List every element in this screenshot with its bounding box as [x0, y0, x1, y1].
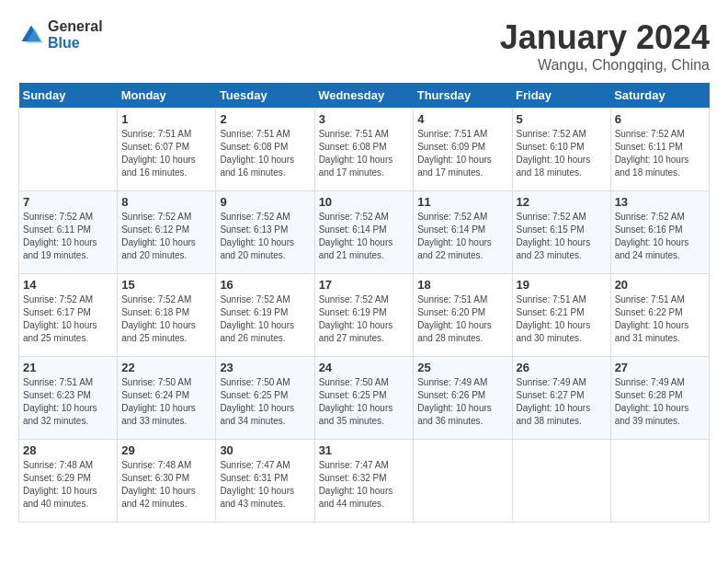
- week-row-1: 1Sunrise: 7:51 AM Sunset: 6:07 PM Daylig…: [19, 109, 710, 191]
- day-number: 13: [615, 195, 705, 209]
- day-info: Sunrise: 7:51 AM Sunset: 6:23 PM Dayligh…: [23, 376, 113, 428]
- day-number: 18: [417, 278, 507, 292]
- day-number: 9: [220, 195, 310, 209]
- day-info: Sunrise: 7:52 AM Sunset: 6:10 PM Dayligh…: [517, 128, 607, 179]
- weekday-header-thursday: Thursday: [414, 83, 512, 109]
- calendar-cell: 7Sunrise: 7:52 AM Sunset: 6:11 PM Daylig…: [19, 191, 118, 274]
- calendar-table: SundayMondayTuesdayWednesdayThursdayFrid…: [18, 83, 710, 523]
- day-number: 2: [220, 112, 310, 126]
- day-info: Sunrise: 7:52 AM Sunset: 6:14 PM Dayligh…: [417, 211, 507, 262]
- day-number: 30: [220, 443, 310, 457]
- month-title: January 2024: [500, 18, 710, 57]
- week-row-5: 28Sunrise: 7:48 AM Sunset: 6:29 PM Dayli…: [19, 440, 710, 523]
- day-number: 12: [517, 195, 607, 209]
- day-info: Sunrise: 7:50 AM Sunset: 6:25 PM Dayligh…: [220, 376, 310, 428]
- calendar-cell: 27Sunrise: 7:49 AM Sunset: 6:28 PM Dayli…: [610, 357, 709, 440]
- calendar-cell: [610, 440, 709, 523]
- calendar-cell: 26Sunrise: 7:49 AM Sunset: 6:27 PM Dayli…: [512, 357, 610, 440]
- calendar-cell: 1Sunrise: 7:51 AM Sunset: 6:07 PM Daylig…: [118, 109, 216, 191]
- calendar-cell: 29Sunrise: 7:48 AM Sunset: 6:30 PM Dayli…: [118, 440, 216, 523]
- calendar-cell: 3Sunrise: 7:51 AM Sunset: 6:08 PM Daylig…: [314, 109, 414, 191]
- logo-general-text: General: [48, 18, 103, 35]
- calendar-cell: 13Sunrise: 7:52 AM Sunset: 6:16 PM Dayli…: [610, 191, 709, 274]
- day-info: Sunrise: 7:52 AM Sunset: 6:11 PM Dayligh…: [615, 128, 705, 179]
- weekday-header-row: SundayMondayTuesdayWednesdayThursdayFrid…: [19, 83, 710, 109]
- day-number: 10: [319, 195, 410, 209]
- calendar-cell: 31Sunrise: 7:47 AM Sunset: 6:32 PM Dayli…: [314, 440, 414, 523]
- day-number: 14: [23, 278, 113, 292]
- calendar-cell: 28Sunrise: 7:48 AM Sunset: 6:29 PM Dayli…: [19, 440, 118, 523]
- day-number: 24: [319, 361, 410, 374]
- calendar-cell: 19Sunrise: 7:51 AM Sunset: 6:21 PM Dayli…: [512, 274, 610, 357]
- calendar-cell: 18Sunrise: 7:51 AM Sunset: 6:20 PM Dayli…: [414, 274, 512, 357]
- calendar-cell: 4Sunrise: 7:51 AM Sunset: 6:09 PM Daylig…: [414, 109, 512, 191]
- day-info: Sunrise: 7:50 AM Sunset: 6:25 PM Dayligh…: [319, 376, 410, 428]
- day-number: 15: [121, 278, 211, 292]
- day-number: 8: [121, 195, 211, 209]
- day-number: 28: [23, 443, 113, 457]
- weekday-header-wednesday: Wednesday: [314, 83, 414, 109]
- day-info: Sunrise: 7:49 AM Sunset: 6:28 PM Dayligh…: [615, 376, 705, 428]
- calendar-cell: 25Sunrise: 7:49 AM Sunset: 6:26 PM Dayli…: [414, 357, 512, 440]
- calendar-cell: 9Sunrise: 7:52 AM Sunset: 6:13 PM Daylig…: [216, 191, 314, 274]
- day-info: Sunrise: 7:51 AM Sunset: 6:08 PM Dayligh…: [319, 128, 410, 179]
- day-number: 25: [417, 361, 507, 374]
- day-info: Sunrise: 7:50 AM Sunset: 6:24 PM Dayligh…: [121, 376, 211, 428]
- day-info: Sunrise: 7:51 AM Sunset: 6:07 PM Dayligh…: [121, 128, 211, 179]
- day-info: Sunrise: 7:48 AM Sunset: 6:30 PM Dayligh…: [121, 459, 211, 511]
- calendar-cell: 23Sunrise: 7:50 AM Sunset: 6:25 PM Dayli…: [216, 357, 314, 440]
- day-number: 20: [615, 278, 705, 292]
- location-title: Wangu, Chongqing, China: [500, 57, 710, 74]
- day-info: Sunrise: 7:47 AM Sunset: 6:32 PM Dayligh…: [319, 459, 410, 511]
- day-number: 22: [121, 361, 211, 374]
- day-info: Sunrise: 7:52 AM Sunset: 6:14 PM Dayligh…: [319, 211, 410, 262]
- day-info: Sunrise: 7:52 AM Sunset: 6:19 PM Dayligh…: [220, 293, 310, 345]
- week-row-2: 7Sunrise: 7:52 AM Sunset: 6:11 PM Daylig…: [19, 191, 710, 274]
- header: General Blue January 2024 Wangu, Chongqi…: [18, 18, 710, 74]
- day-info: Sunrise: 7:52 AM Sunset: 6:12 PM Dayligh…: [121, 211, 211, 262]
- day-number: 4: [417, 112, 507, 126]
- logo-blue-text: Blue: [48, 35, 103, 52]
- calendar-cell: 11Sunrise: 7:52 AM Sunset: 6:14 PM Dayli…: [414, 191, 512, 274]
- weekday-header-saturday: Saturday: [610, 83, 709, 109]
- calendar-cell: 20Sunrise: 7:51 AM Sunset: 6:22 PM Dayli…: [610, 274, 709, 357]
- calendar-cell: 5Sunrise: 7:52 AM Sunset: 6:10 PM Daylig…: [512, 109, 610, 191]
- day-info: Sunrise: 7:51 AM Sunset: 6:08 PM Dayligh…: [220, 128, 310, 179]
- calendar-cell: [19, 109, 118, 191]
- day-number: 26: [517, 361, 607, 374]
- calendar-cell: 17Sunrise: 7:52 AM Sunset: 6:19 PM Dayli…: [314, 274, 414, 357]
- calendar-cell: [414, 440, 512, 523]
- day-info: Sunrise: 7:49 AM Sunset: 6:27 PM Dayligh…: [517, 376, 607, 428]
- day-info: Sunrise: 7:51 AM Sunset: 6:20 PM Dayligh…: [417, 293, 507, 345]
- calendar-cell: 2Sunrise: 7:51 AM Sunset: 6:08 PM Daylig…: [216, 109, 314, 191]
- calendar-cell: 16Sunrise: 7:52 AM Sunset: 6:19 PM Dayli…: [216, 274, 314, 357]
- calendar-cell: 10Sunrise: 7:52 AM Sunset: 6:14 PM Dayli…: [314, 191, 414, 274]
- week-row-4: 21Sunrise: 7:51 AM Sunset: 6:23 PM Dayli…: [19, 357, 710, 440]
- day-info: Sunrise: 7:52 AM Sunset: 6:17 PM Dayligh…: [23, 293, 113, 345]
- day-number: 11: [417, 195, 507, 209]
- calendar-cell: 24Sunrise: 7:50 AM Sunset: 6:25 PM Dayli…: [314, 357, 414, 440]
- logo-icon: [18, 22, 44, 48]
- calendar-cell: 12Sunrise: 7:52 AM Sunset: 6:15 PM Dayli…: [512, 191, 610, 274]
- logo: General Blue: [18, 18, 103, 51]
- day-info: Sunrise: 7:52 AM Sunset: 6:11 PM Dayligh…: [23, 211, 113, 262]
- day-number: 5: [517, 112, 607, 126]
- calendar-cell: 21Sunrise: 7:51 AM Sunset: 6:23 PM Dayli…: [19, 357, 118, 440]
- day-info: Sunrise: 7:48 AM Sunset: 6:29 PM Dayligh…: [23, 459, 113, 511]
- day-number: 31: [319, 443, 410, 457]
- title-section: January 2024 Wangu, Chongqing, China: [500, 18, 710, 74]
- day-info: Sunrise: 7:51 AM Sunset: 6:22 PM Dayligh…: [615, 293, 705, 345]
- calendar-cell: 30Sunrise: 7:47 AM Sunset: 6:31 PM Dayli…: [216, 440, 314, 523]
- week-row-3: 14Sunrise: 7:52 AM Sunset: 6:17 PM Dayli…: [19, 274, 710, 357]
- day-info: Sunrise: 7:51 AM Sunset: 6:21 PM Dayligh…: [517, 293, 607, 345]
- day-info: Sunrise: 7:52 AM Sunset: 6:18 PM Dayligh…: [121, 293, 211, 345]
- calendar-cell: [512, 440, 610, 523]
- calendar-cell: 8Sunrise: 7:52 AM Sunset: 6:12 PM Daylig…: [118, 191, 216, 274]
- weekday-header-sunday: Sunday: [19, 83, 118, 109]
- day-info: Sunrise: 7:51 AM Sunset: 6:09 PM Dayligh…: [417, 128, 507, 179]
- weekday-header-friday: Friday: [512, 83, 610, 109]
- day-number: 29: [121, 443, 211, 457]
- day-info: Sunrise: 7:52 AM Sunset: 6:16 PM Dayligh…: [615, 211, 705, 262]
- day-number: 16: [220, 278, 310, 292]
- weekday-header-monday: Monday: [118, 83, 216, 109]
